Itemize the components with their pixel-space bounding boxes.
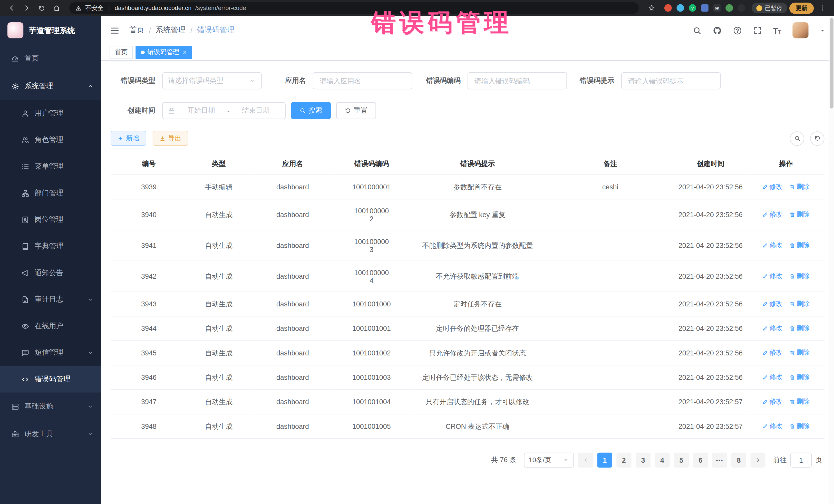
tab-home[interactable]: 首页 xyxy=(110,46,133,59)
more-pages-button[interactable]: ••• xyxy=(712,453,727,467)
breadcrumb-item[interactable]: 系统管理 xyxy=(156,25,185,35)
breadcrumb-item[interactable]: 错误码管理 xyxy=(197,25,235,35)
caret-down-icon[interactable] xyxy=(820,27,826,34)
back-button[interactable] xyxy=(5,2,18,14)
edit-link[interactable]: 修改 xyxy=(762,300,783,308)
tab-error-code[interactable]: 错误码管理× xyxy=(136,46,192,59)
sidebar-item-dept-management[interactable]: 部门管理 xyxy=(0,180,101,206)
help-icon[interactable] xyxy=(733,26,742,35)
sidebar-item-dict-management[interactable]: 字典管理 xyxy=(0,233,101,260)
edit-link[interactable]: 修改 xyxy=(762,324,783,333)
page-button-6[interactable]: 6 xyxy=(693,453,708,467)
filter-app-name: 应用名 xyxy=(285,72,412,89)
cell-create-time: 2021-04-20 23:52:56 xyxy=(674,175,747,199)
hamburger-icon[interactable] xyxy=(110,25,119,35)
search-button[interactable]: 搜索 xyxy=(291,102,331,119)
breadcrumb-item[interactable]: 首页 xyxy=(129,25,144,35)
sidebar-item-post-management[interactable]: 岗位管理 xyxy=(0,206,101,233)
edit-link[interactable]: 修改 xyxy=(762,373,783,382)
font-size-icon[interactable]: TT xyxy=(773,26,782,35)
paused-badge[interactable]: 已暂停 xyxy=(752,3,787,13)
add-button[interactable]: 新增 xyxy=(111,131,146,146)
scrollbar-thumb[interactable] xyxy=(830,18,833,108)
search-icon[interactable] xyxy=(692,26,701,35)
delete-link[interactable]: 删除 xyxy=(789,373,810,382)
sidebar-item-role-management[interactable]: 角色管理 xyxy=(0,127,101,153)
edit-link[interactable]: 修改 xyxy=(762,349,783,357)
delete-link[interactable]: 删除 xyxy=(789,300,810,308)
sidebar-item-home[interactable]: 首页 xyxy=(0,45,101,72)
goto-page-input[interactable] xyxy=(790,453,812,467)
error-hint-input[interactable] xyxy=(621,72,721,89)
address-bar[interactable]: 不安全 | dashboard.yudao.iocoder.cn/system/… xyxy=(69,2,639,14)
kebab-menu-icon[interactable] xyxy=(816,2,829,14)
edit-link[interactable]: 修改 xyxy=(762,210,783,219)
grid-extension-icon[interactable] xyxy=(701,4,708,12)
sidebar-item-online-users[interactable]: 在线用户 xyxy=(0,313,101,339)
tab-bar: 首页错误码管理× xyxy=(101,45,834,61)
sidebar-item-user-management[interactable]: 用户管理 xyxy=(0,100,101,127)
delete-link[interactable]: 删除 xyxy=(789,272,810,281)
green-check-extension-icon[interactable]: V xyxy=(689,4,696,12)
page-button-5[interactable]: 5 xyxy=(674,453,689,467)
reset-button[interactable]: 重置 xyxy=(336,102,376,119)
cell-error-code: 1001001005 xyxy=(335,414,408,439)
cell-remark xyxy=(547,341,674,365)
leaf-extension-icon[interactable] xyxy=(725,4,733,12)
page-button-8[interactable]: 8 xyxy=(731,453,746,467)
close-icon[interactable]: × xyxy=(183,49,187,56)
app-logo[interactable]: 芋道管理系统 xyxy=(0,16,101,45)
edit-link[interactable]: 修改 xyxy=(762,241,783,250)
fullscreen-icon[interactable] xyxy=(753,26,762,35)
edit-link[interactable]: 修改 xyxy=(762,182,783,192)
sidebar-item-sms-management[interactable]: 短信管理 xyxy=(0,339,101,366)
delete-link[interactable]: 删除 xyxy=(789,397,810,406)
page-button-3[interactable]: 3 xyxy=(636,453,651,467)
update-button[interactable]: 更新 xyxy=(789,2,814,14)
github-icon[interactable] xyxy=(712,26,722,35)
edit-icon xyxy=(762,212,768,218)
reload-button[interactable] xyxy=(35,2,48,14)
next-page-button[interactable] xyxy=(751,453,766,467)
filter-error-hint: 错误码提示 xyxy=(580,72,721,89)
password-extension-icon[interactable]: on xyxy=(713,4,721,12)
sidebar-item-audit-log[interactable]: 审计日志 xyxy=(0,286,101,313)
error-type-select[interactable]: 请选择错误码类型 xyxy=(162,72,262,89)
delete-link[interactable]: 删除 xyxy=(789,324,810,333)
page-button-4[interactable]: 4 xyxy=(655,453,670,467)
page-button-2[interactable]: 2 xyxy=(616,453,631,467)
sidebar-item-dev-tools[interactable]: 研发工具 xyxy=(0,420,101,448)
home-button[interactable] xyxy=(50,2,63,14)
sidebar-item-notice-announcement[interactable]: 通知公告 xyxy=(0,259,101,286)
blue-extension-icon[interactable] xyxy=(676,4,684,12)
error-code-input[interactable] xyxy=(467,72,567,89)
paw-extension-icon[interactable] xyxy=(738,4,745,12)
page-scrollbar[interactable] xyxy=(829,16,834,504)
sidebar-item-menu-management[interactable]: 菜单管理 xyxy=(0,153,101,180)
app-name-input[interactable] xyxy=(313,72,412,89)
date-range-picker[interactable]: 开始日期 - 结束日期 xyxy=(162,102,286,119)
page-size-select[interactable]: 10条/页 xyxy=(524,453,574,467)
delete-link[interactable]: 删除 xyxy=(789,349,810,357)
chevron-down-icon xyxy=(87,296,94,303)
edit-link[interactable]: 修改 xyxy=(762,272,783,281)
sidebar-item-system-management[interactable]: 系统管理 xyxy=(0,72,101,100)
delete-link[interactable]: 删除 xyxy=(789,182,810,192)
refresh-table-button[interactable] xyxy=(810,131,825,146)
delete-link[interactable]: 删除 xyxy=(789,422,810,431)
edit-link[interactable]: 修改 xyxy=(762,397,783,406)
prev-page-button[interactable] xyxy=(578,453,593,467)
sidebar-item-infrastructure[interactable]: 基础设施 xyxy=(0,393,101,420)
user-avatar[interactable] xyxy=(792,22,808,38)
toggle-search-button[interactable] xyxy=(790,131,804,146)
cell-type: 自动生成 xyxy=(187,365,251,390)
export-button[interactable]: 导出 xyxy=(153,131,188,146)
delete-link[interactable]: 删除 xyxy=(789,241,810,250)
forward-button[interactable] xyxy=(20,2,33,14)
edit-link[interactable]: 修改 xyxy=(762,422,783,431)
sidebar-item-error-code-management[interactable]: 错误码管理 xyxy=(0,366,101,393)
delete-link[interactable]: 删除 xyxy=(789,210,810,219)
bookmark-star-icon[interactable] xyxy=(645,2,658,14)
red-extension-icon[interactable] xyxy=(664,4,672,12)
page-button-1[interactable]: 1 xyxy=(597,453,612,467)
